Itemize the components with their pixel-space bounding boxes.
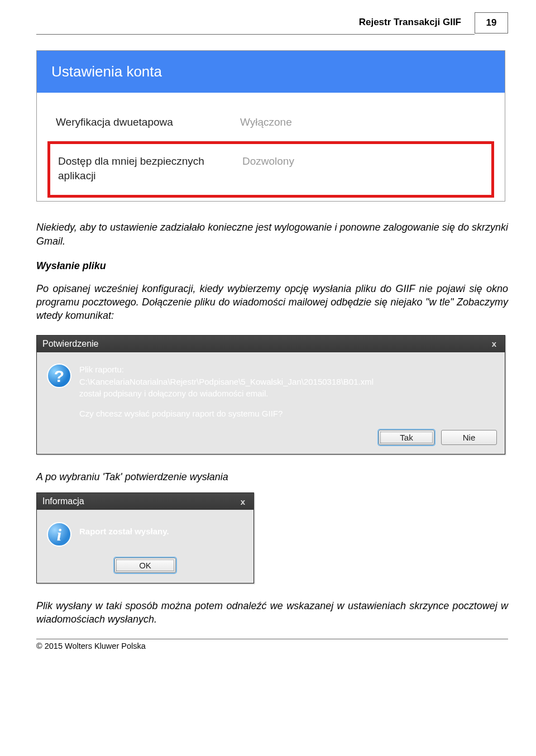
settings-row-less-secure-highlight: Dostęp dla mniej bezpiecznych aplikacji …	[47, 141, 494, 198]
paragraph: Plik wysłany w taki sposób można potem o…	[36, 599, 508, 626]
header-rule	[36, 34, 475, 35]
settings-label: Weryfikacja dwuetapowa	[56, 116, 240, 128]
section-heading: Wysłanie pliku	[36, 260, 508, 272]
dialog-message: Raport został wysłany.	[79, 522, 169, 538]
question-icon: ?	[47, 363, 71, 388]
msg-line: został podpisany i dołączony do wiadomoś…	[79, 387, 374, 400]
header-title: Rejestr Transakcji GIIF	[359, 12, 475, 28]
msg-line: C:\KancelariaNotarialna\Rejestr\Podpisan…	[79, 376, 374, 388]
settings-label: Dostęp dla mniej bezpiecznych aplikacji	[58, 154, 242, 183]
information-dialog: Informacja x i Raport został wysłany. OK	[36, 492, 254, 583]
dialog-titlebar: Informacja x	[37, 493, 253, 510]
msg-line: Plik raportu:	[79, 363, 374, 376]
yes-button[interactable]: Tak	[379, 430, 434, 445]
dialog-message: Plik raportu: C:\KancelariaNotarialna\Re…	[79, 363, 374, 420]
footer-copyright: © 2015 Wolters Kluwer Polska	[36, 639, 508, 650]
paragraph: Niekiedy, aby to ustawienie zadziałało k…	[36, 221, 508, 248]
paragraph: Po opisanej wcześniej konfiguracji, kied…	[36, 282, 508, 323]
account-settings-banner: Ustawienia konta	[37, 51, 505, 93]
page-number: 19	[475, 12, 508, 34]
msg-line: Czy chcesz wysłać podpisany raport do sy…	[79, 408, 374, 420]
dialog-title: Potwierdzenie	[42, 339, 99, 349]
page-header: Rejestr Transakcji GIIF 19	[36, 12, 508, 34]
dialog-titlebar: Potwierdzenie x	[37, 336, 505, 352]
paragraph: A po wybraniu 'Tak' potwierdzenie wysłan…	[36, 470, 508, 484]
settings-row-two-step: Weryfikacja dwuetapowa Wyłączone	[50, 93, 491, 141]
no-button[interactable]: Nie	[441, 430, 497, 445]
ok-button[interactable]: OK	[114, 558, 176, 573]
account-settings-screenshot: Ustawienia konta Weryfikacja dwuetapowa …	[36, 50, 505, 202]
confirmation-dialog: Potwierdzenie x ? Plik raportu: C:\Kance…	[36, 335, 505, 454]
close-icon[interactable]: x	[238, 497, 248, 506]
info-icon: i	[47, 522, 71, 547]
close-icon[interactable]: x	[489, 339, 499, 348]
settings-value: Dozwolony	[242, 154, 294, 183]
settings-value: Wyłączone	[240, 116, 292, 128]
dialog-title: Informacja	[42, 496, 84, 506]
